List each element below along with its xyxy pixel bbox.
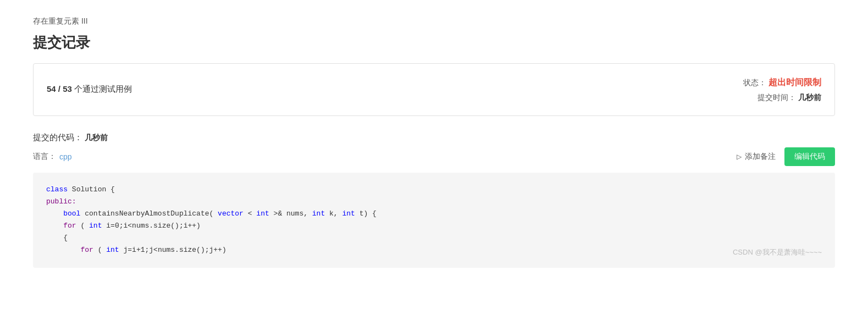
page-container: 存在重复元素 III 提交记录 54 / 53 个通过测试用例 状态： 超出时间… (0, 0, 868, 284)
submit-time-row: 提交时间： 几秒前 (743, 91, 821, 104)
code-section-title: 提交的代码： (33, 133, 82, 142)
code-line-3: bool containsNearbyAlmostDuplicate( vect… (46, 208, 822, 220)
edit-code-button[interactable]: 编辑代码 (784, 147, 835, 166)
problem-title-text: 存在重复元素 III (33, 16, 88, 25)
kw-int-2: int (312, 209, 325, 218)
submit-time-value: 几秒前 (798, 93, 821, 102)
status-value: 超出时间限制 (769, 78, 821, 87)
kw-int-3: int (342, 209, 355, 218)
code-line-2: public: (46, 196, 822, 208)
language-row: 语言： cpp ▷ 添加备注 编辑代码 (33, 147, 835, 166)
play-icon: ▷ (737, 153, 742, 161)
language-value: cpp (59, 152, 72, 161)
code-line-5: { (46, 232, 822, 244)
kw-for-2: for (80, 246, 93, 254)
status-row: 状态： 超出时间限制 (743, 75, 821, 91)
add-note-label: 添加备注 (745, 152, 776, 162)
kw-public: public: (46, 197, 76, 206)
kw-int-4: int (89, 222, 102, 230)
kw-bool: bool (63, 209, 80, 218)
kw-int-1: int (256, 209, 269, 218)
kw-int-5: int (106, 246, 119, 254)
submission-card: 54 / 53 个通过测试用例 状态： 超出时间限制 提交时间： 几秒前 (33, 63, 835, 116)
code-line-4: for ( int i=0;i<nums.size();i++) (46, 220, 822, 232)
problem-title: 存在重复元素 III (33, 16, 835, 26)
kw-for-1: for (63, 222, 76, 230)
code-section-header: 提交的代码： 几秒前 语言： cpp ▷ 添加备注 编辑代码 (33, 133, 835, 166)
lang-left: 语言： cpp (33, 152, 72, 162)
language-label: 语言： (33, 152, 56, 162)
submit-time-label: 提交时间： (758, 93, 796, 102)
watermark: CSDN @我不是萧海哇~~~~ (733, 246, 822, 258)
status-area: 状态： 超出时间限制 提交时间： 几秒前 (743, 75, 821, 104)
code-line-6: for ( int j=i+1;j<nums.size();j++) (46, 244, 822, 256)
code-line-1: class Solution { (46, 184, 822, 196)
test-cases-suffix: 个通过测试用例 (74, 84, 132, 93)
code-block: class Solution { public: bool containsNe… (33, 173, 835, 268)
add-note-button[interactable]: ▷ 添加备注 (737, 152, 776, 162)
code-title-row: 提交的代码： 几秒前 (33, 133, 108, 143)
section-heading: 提交记录 (33, 33, 835, 52)
kw-class: class (46, 185, 68, 194)
test-cases-info: 54 / 53 个通过测试用例 (47, 84, 132, 95)
actions-row: ▷ 添加备注 编辑代码 (737, 147, 835, 166)
kw-vector: vector (218, 209, 244, 218)
status-label: 状态： (743, 78, 766, 87)
test-cases-count: 54 / 53 (47, 84, 72, 93)
code-time: 几秒前 (85, 133, 108, 142)
